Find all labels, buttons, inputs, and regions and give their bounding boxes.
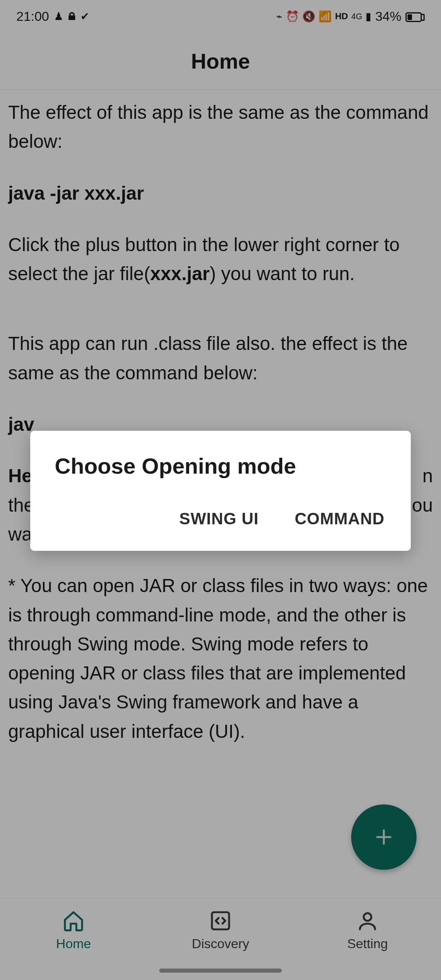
command-button[interactable]: COMMAND xyxy=(293,503,386,535)
dialog-title: Choose Opening mode xyxy=(55,453,386,479)
swing-ui-button[interactable]: SWING UI xyxy=(178,503,261,535)
dialog-actions: SWING UI COMMAND xyxy=(55,503,386,535)
opening-mode-dialog: Choose Opening mode SWING UI COMMAND xyxy=(30,431,411,551)
